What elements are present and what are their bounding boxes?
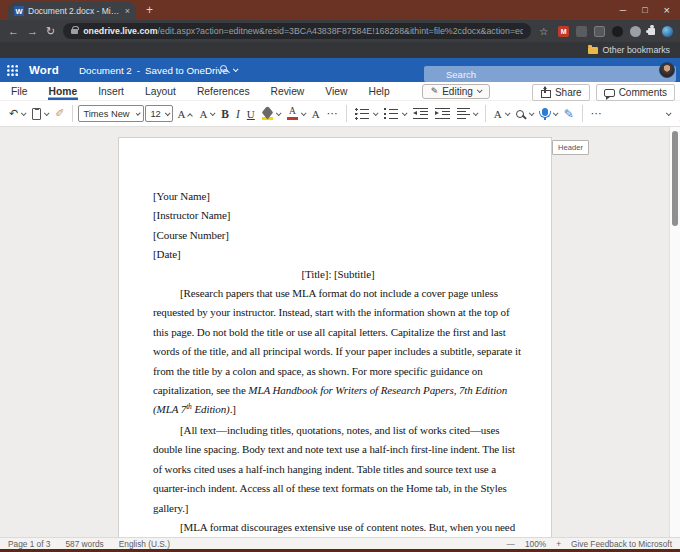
tab-help[interactable]: Help <box>367 83 390 100</box>
decrease-indent-icon <box>413 107 428 120</box>
chevron-down-icon <box>276 110 282 116</box>
extension-icon-4[interactable] <box>612 26 623 37</box>
tab-references[interactable]: References <box>196 83 251 100</box>
font-name-value: Times New Ro... <box>83 109 132 119</box>
paragraph[interactable]: [Title]: [Subtitle] <box>153 265 523 284</box>
window-maximize-button[interactable]: □ <box>642 5 647 15</box>
extensions-puzzle-icon[interactable] <box>648 28 655 35</box>
browser-navbar: ← → ↻ onedrive.live.com/edit.aspx?action… <box>0 20 680 42</box>
font-group-overflow-button[interactable]: ⋯ <box>324 106 341 121</box>
word-count[interactable]: 587 words <box>65 539 103 549</box>
document-page[interactable]: [Your Name][Instructor Name][Course Numb… <box>118 137 552 537</box>
zoom-level[interactable]: 100% <box>525 539 546 549</box>
ribbon-overflow-button[interactable]: ⋯ <box>588 106 605 121</box>
zoom-out-button[interactable]: — <box>507 539 515 549</box>
bullets-button[interactable] <box>352 105 380 122</box>
collapse-ribbon-button[interactable] <box>662 110 674 118</box>
new-tab-button[interactable]: + <box>146 3 153 17</box>
page-count[interactable]: Page 1 of 3 <box>8 539 50 549</box>
pencil-icon: ✎ <box>431 86 439 96</box>
extension-icon-globe[interactable] <box>662 26 673 37</box>
window-minimize-button[interactable]: ─ <box>620 5 626 15</box>
paragraph[interactable]: [Course Number] <box>153 226 523 245</box>
alignment-button[interactable] <box>454 105 480 122</box>
share-icon <box>540 87 551 98</box>
font-name-select[interactable]: Times New Ro... <box>78 105 144 122</box>
find-button[interactable] <box>513 108 536 120</box>
chevron-down-icon <box>477 87 483 93</box>
tab-file[interactable]: File <box>10 83 29 100</box>
numbered-list-icon <box>384 107 399 120</box>
divider <box>72 105 73 122</box>
extension-icon-red[interactable]: M <box>558 26 569 37</box>
reload-icon[interactable]: ↻ <box>46 26 55 37</box>
styles-button[interactable]: A ✎ <box>491 106 512 122</box>
dictate-button[interactable] <box>537 106 560 121</box>
extension-icon-2[interactable] <box>576 26 587 37</box>
header-chip-button[interactable]: Header <box>552 140 589 155</box>
highlight-button[interactable] <box>259 106 283 122</box>
tab-home[interactable]: Home <box>48 83 79 100</box>
forward-icon[interactable]: → <box>27 26 38 37</box>
address-bar[interactable]: onedrive.live.com/edit.aspx?action=editn… <box>63 23 531 39</box>
zoom-in-button[interactable]: + <box>556 539 561 549</box>
extension-icon-3[interactable] <box>594 26 605 37</box>
bookmarks-folder-icon <box>588 47 598 54</box>
status-bar: Page 1 of 3 587 words English (U.S.) — 1… <box>0 537 680 549</box>
tab-view[interactable]: View <box>324 83 348 100</box>
chevron-down-icon <box>529 110 535 116</box>
app-name[interactable]: Word <box>29 64 59 76</box>
extension-icon-5[interactable] <box>630 26 641 37</box>
back-icon[interactable]: ← <box>8 26 19 37</box>
bookmarks-bar: Other bookmarks <box>0 42 680 58</box>
undo-button[interactable]: ↶ <box>6 106 28 121</box>
other-bookmarks-button[interactable]: Other bookmarks <box>603 45 670 55</box>
increase-indent-button[interactable] <box>432 105 453 122</box>
office-header: Word Document 2 - Saved to OneDrive <box>0 58 680 82</box>
feedback-link[interactable]: Give Feedback to Microsoft <box>571 539 672 549</box>
grow-font-button[interactable]: A <box>174 106 195 122</box>
paragraph[interactable]: [Research papers that use MLA format do … <box>153 284 523 421</box>
document-title[interactable]: Document 2 <box>79 65 132 76</box>
paragraph[interactable]: [Instructor Name] <box>153 206 523 225</box>
editor-pen-icon: ✎ <box>564 107 574 121</box>
paragraph[interactable]: [Date] <box>153 245 523 264</box>
browser-tab[interactable]: W Document 2.docx - Microsoft W × <box>8 2 136 20</box>
tab-review[interactable]: Review <box>270 83 306 100</box>
tab-insert[interactable]: Insert <box>97 83 125 100</box>
url-domain: onedrive.live.com <box>83 26 157 36</box>
tab-layout[interactable]: Layout <box>144 83 177 100</box>
chevron-down-icon <box>21 110 27 116</box>
paste-button[interactable] <box>29 106 51 122</box>
account-avatar[interactable] <box>659 62 675 78</box>
editor-button[interactable]: ✎ <box>561 105 577 123</box>
format-painter-button[interactable]: ✐ <box>52 106 67 121</box>
italic-button[interactable]: I <box>233 106 243 122</box>
window-close-button[interactable]: × <box>664 4 670 16</box>
bold-button[interactable]: B <box>218 106 232 122</box>
paragraph[interactable]: [All text—including titles, quotations, … <box>153 421 523 518</box>
chevron-down-icon <box>553 110 559 116</box>
header-search[interactable] <box>212 62 464 78</box>
clear-formatting-button[interactable]: A <box>309 106 323 122</box>
language-status[interactable]: English (U.S.) <box>119 539 170 549</box>
editing-mode-button[interactable]: ✎ Editing <box>422 84 490 99</box>
underline-button[interactable]: U <box>244 106 258 122</box>
comments-button[interactable]: Comments <box>596 84 675 101</box>
search-input[interactable] <box>424 66 676 82</box>
document-scrollbar[interactable] <box>669 127 680 537</box>
decrease-indent-button[interactable] <box>410 105 431 122</box>
scrollbar-thumb[interactable] <box>672 131 678 226</box>
tab-close-icon[interactable]: × <box>125 7 130 16</box>
app-launcher-icon[interactable] <box>7 65 18 76</box>
numbering-button[interactable] <box>381 105 409 122</box>
share-button[interactable]: Share <box>532 84 590 101</box>
font-size-select[interactable]: 12 <box>145 105 173 122</box>
shrink-font-button[interactable]: A <box>196 106 217 122</box>
font-color-button[interactable]: A <box>284 105 308 123</box>
paragraph[interactable]: [Your Name] <box>153 187 523 206</box>
chevron-down-icon <box>210 110 216 116</box>
chevron-down-icon <box>44 110 50 116</box>
paragraph[interactable]: [MLA format discourages extensive use of… <box>153 518 523 537</box>
bookmark-star-icon[interactable]: ☆ <box>539 26 548 37</box>
